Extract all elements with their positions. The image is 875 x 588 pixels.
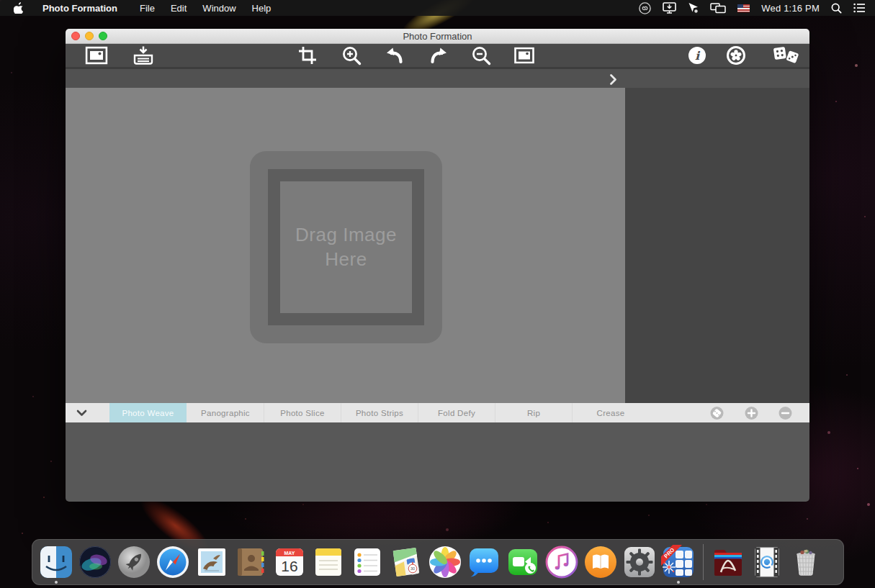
notification-center-icon[interactable] (853, 3, 866, 13)
menu-edit[interactable]: Edit (163, 3, 194, 14)
safari-icon (156, 545, 190, 579)
svg-text:MAY: MAY (284, 551, 295, 556)
randomize-effect-button[interactable] (710, 406, 724, 420)
zoom-button[interactable] (99, 32, 107, 40)
displays-mirror-icon[interactable] (710, 3, 726, 14)
image-drop-zone[interactable]: Drag Image Here (250, 151, 442, 343)
dock-item-mail[interactable] (192, 541, 231, 583)
photo-formation-running-indicator (677, 581, 680, 584)
dock-item-trash[interactable] (786, 541, 825, 583)
info-button[interactable]: i (688, 46, 706, 65)
image-button[interactable] (514, 48, 534, 64)
menu-bar-status-area: Wed 1:16 PM (639, 2, 875, 14)
settings-dial-button[interactable] (727, 46, 746, 65)
tab-rip[interactable]: Rip (495, 403, 572, 422)
photo-formation-window: Photo Formation i (66, 29, 809, 502)
apple-menu-icon[interactable] (14, 2, 24, 14)
active-app-menu[interactable]: Photo Formation (35, 3, 125, 14)
adobe-acrobat-folder-icon (711, 545, 745, 579)
dock-item-safari[interactable] (153, 541, 192, 583)
menu-file[interactable]: File (132, 3, 163, 14)
right-panel (625, 88, 809, 403)
tab-fold-defy[interactable]: Fold Defy (418, 403, 495, 422)
system-preferences-icon (622, 545, 657, 579)
panel-expand-toggle[interactable] (606, 72, 621, 87)
close-button[interactable] (71, 32, 80, 40)
dock-item-photo-formation-pro[interactable]: PRO (659, 541, 698, 583)
remove-effect-button[interactable] (778, 406, 792, 420)
menu-window[interactable]: Window (194, 3, 243, 14)
photos-icon (428, 545, 462, 579)
itunes-icon (544, 545, 579, 579)
toolbar: i (66, 44, 809, 67)
dock-item-calendar[interactable]: MAY16 (270, 541, 309, 583)
creative-cloud-icon[interactable] (639, 2, 651, 14)
notes-icon (311, 545, 346, 579)
dock-item-finder[interactable] (37, 541, 76, 583)
menu-bar: Photo Formation File Edit Window Help We… (0, 0, 875, 16)
randomize-dice-button[interactable] (773, 45, 799, 65)
menu-bar-clock[interactable]: Wed 1:16 PM (761, 3, 820, 14)
messages-icon (467, 545, 501, 579)
display-share-icon[interactable] (663, 2, 676, 14)
dock-item-contacts[interactable] (231, 541, 270, 583)
dock-item-quicktime[interactable] (748, 541, 786, 583)
maps-icon: 30 (389, 545, 423, 579)
dock-item-notes[interactable] (309, 541, 348, 583)
effects-tab-bar: Photo Weave Panographic Photo Slice Phot… (66, 403, 809, 422)
dock-item-messages[interactable] (465, 541, 503, 583)
add-photo-button[interactable] (86, 47, 108, 65)
dock-item-system-preferences[interactable] (620, 541, 659, 583)
minimize-button[interactable] (85, 32, 94, 40)
menu-help[interactable]: Help (244, 3, 279, 14)
effect-options-panel (66, 422, 809, 502)
svg-text:16: 16 (281, 558, 297, 574)
dock-item-itunes[interactable] (542, 541, 581, 583)
window-titlebar[interactable]: Photo Formation (66, 29, 809, 44)
undo-button[interactable] (385, 46, 404, 65)
ibooks-icon (583, 545, 618, 579)
tab-photo-strips[interactable]: Photo Strips (341, 403, 418, 422)
calendar-icon: MAY16 (272, 545, 307, 579)
window-content: Drag Image Here (66, 88, 809, 403)
dock-divider (703, 544, 704, 580)
dock-item-maps[interactable]: 30 (387, 541, 426, 583)
drop-zone-frame: Drag Image Here (268, 169, 424, 325)
facetime-icon (506, 545, 540, 579)
traffic-lights (71, 29, 107, 43)
crop-button[interactable] (298, 46, 317, 65)
mail-icon (194, 545, 229, 579)
siri-icon (78, 545, 112, 579)
trash-full-icon (789, 545, 823, 579)
window-title: Photo Formation (403, 31, 472, 42)
dock-item-facetime[interactable] (503, 541, 542, 583)
tab-crease[interactable]: Crease (572, 403, 649, 422)
menu-bar-left: Photo Formation File Edit Window Help (0, 0, 279, 16)
tab-photo-slice[interactable]: Photo Slice (264, 403, 341, 422)
add-effect-button[interactable] (745, 406, 758, 420)
pointer-icon[interactable] (688, 2, 699, 14)
finder-icon (39, 545, 73, 579)
tab-photo-weave[interactable]: Photo Weave (109, 403, 187, 422)
svg-text:30: 30 (410, 566, 415, 571)
import-button[interactable] (133, 46, 154, 65)
launchpad-icon (117, 545, 151, 579)
tab-bar-collapse-toggle[interactable] (66, 403, 109, 422)
finder-running-indicator (55, 581, 58, 584)
photo-formation-pro-icon: PRO (661, 545, 696, 579)
tab-panographic[interactable]: Panographic (187, 403, 264, 422)
spotlight-icon[interactable] (831, 3, 842, 14)
dock-item-photos[interactable] (426, 541, 465, 583)
input-source-us-flag-icon[interactable] (737, 4, 750, 12)
dock-item-ibooks[interactable] (581, 541, 620, 583)
desktop: { "menu_bar": { "app_name": "Photo Forma… (0, 0, 875, 588)
dock-item-launchpad[interactable] (115, 541, 153, 583)
drop-zone-label: Drag Image Here (290, 223, 402, 271)
zoom-in-button[interactable] (341, 45, 362, 65)
dock-item-adobe-acrobat-folder[interactable] (709, 541, 748, 583)
dock-item-reminders[interactable] (348, 541, 387, 583)
dock-item-siri[interactable] (76, 541, 115, 583)
contacts-icon (233, 545, 268, 579)
redo-button[interactable] (429, 46, 448, 65)
zoom-out-button[interactable] (471, 45, 491, 65)
